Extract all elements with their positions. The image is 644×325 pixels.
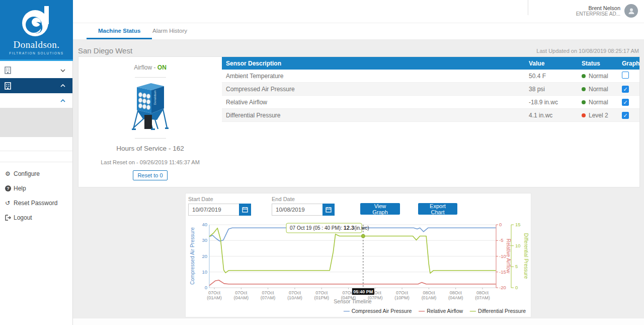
sidebar: Donaldson. FILTRATION SOLUTIONS [0,0,73,325]
machine-panel: Airflow - ON Donaldson [78,57,222,187]
sidebar-item-configure[interactable]: ⚙ Configure [0,167,72,181]
help-icon: ? [5,185,14,191]
left-axis-tick: 20 [202,253,207,259]
machine-status-card: Airflow - ON Donaldson [78,56,640,187]
gear-icon: ⚙ [5,170,14,177]
right-axis2-tick: 5 [515,264,518,269]
right-axis-tick: -20 [499,285,506,290]
tooltip-text: 07 Oct 19 (05 : 40 PM): 12.3(in.wc) [290,225,369,231]
legend-item[interactable]: —Relative Airflow [419,307,463,314]
left-axis-tick: 0 [205,285,207,290]
start-date-label: Start Date [188,196,251,202]
start-date-input[interactable] [188,204,239,216]
airflow-status: Airflow - ON [78,64,222,71]
sensor-description-cell: Relative Airflow [222,99,529,106]
chevron-up-icon [60,84,65,87]
sensor-value-cell: 4.1 in.wc [529,112,582,119]
export-chart-button[interactable]: Export Chart [418,203,457,215]
right-axis2-tick: 15 [515,222,521,227]
series-right1 [209,280,496,286]
machine-icon [5,67,11,74]
sensor-status-cell: Normal [582,86,622,93]
menu-label: Logout [14,214,32,221]
legend-item[interactable]: —Differential Pressure [470,307,526,314]
sidebar-item-reset-password[interactable]: ↺ Reset Password [0,196,72,210]
col-value: Value [529,60,582,67]
machine-icon [5,82,11,90]
sensor-description-cell: Ambient Temperature [222,73,529,80]
sensor-chart[interactable]: 0102030400-5-10-15-20151050Compressed Ai… [188,222,530,307]
crosshair-time-label: 05:40 PM [353,289,373,294]
end-date-input[interactable] [272,204,323,216]
right-axis-tick: 0 [499,222,502,227]
legend-label: Relative Airflow [427,308,463,314]
legend-item[interactable]: —Compressed Air Pressure [344,307,412,314]
person-icon [627,7,635,15]
svg-text:Donaldson: Donaldson [153,90,156,105]
legend-swatch: — [419,307,425,314]
sensor-status-cell: Normal [582,99,622,106]
x-axis-tick: 08Oct(04AM) [448,290,463,300]
chart-card: Start Date End Date View Graph Export Ch… [185,193,531,317]
sensor-status-cell: Normal [582,73,622,80]
view-graph-button[interactable]: View Graph [360,203,400,215]
x-axis-tick: 07Oct(04AM) [234,290,249,300]
left-axis-title: Compressed Air Pressure [190,227,195,285]
reset-to-zero-button[interactable]: Reset to 0 [133,170,167,180]
tab-alarm-history[interactable]: Alarm History [141,23,199,39]
user-block[interactable]: Brent Nelson ENTERPRISE AD... [576,4,638,18]
sidebar-selected-machine[interactable] [0,108,72,137]
left-axis-tick: 40 [202,222,207,227]
sensor-status-cell: Level 2 [582,112,622,119]
chevron-up-icon [60,99,65,102]
chevron-down-icon [60,69,65,72]
legend-label: Differential Pressure [478,308,526,314]
donaldson-logo-icon [18,5,55,38]
top-bar: Brent Nelson ENTERPRISE AD... [73,0,644,23]
menu-label: Help [14,185,26,192]
dust-collector-image: Donaldson [129,81,172,132]
col-graph: Graph [622,60,639,67]
sidebar-subgroup-expanded[interactable] [0,93,72,108]
table-row: Differential Pressure4.1 in.wcLevel 2✓ [222,109,639,122]
avatar[interactable] [624,4,638,18]
end-date-label: End Date [272,196,335,202]
reset-icon: ↺ [5,200,14,207]
graph-checkbox[interactable]: ✓ [622,112,629,119]
sidebar-item-logout[interactable]: Logout [0,211,72,225]
tab-bar: Machine Status Alarm History [73,23,644,39]
x-axis-tick: 07Oct(10PM) [394,290,410,300]
sensor-table: Sensor Description Value Status Graph Am… [222,57,639,122]
hours-of-service: Hours of Service - 162 [78,145,222,152]
status-dot-icon [582,100,586,104]
col-status: Status [582,60,622,67]
right-axis2-tick: 10 [515,243,521,248]
logout-icon [5,215,14,221]
page-bottom [73,318,644,325]
graph-checkbox[interactable] [622,72,629,79]
brand-name: Donaldson. [0,39,73,50]
sensor-value-cell: 38 psi [529,86,582,93]
divider [135,77,166,78]
x-axis-tick: 07Oct(10AM) [287,290,302,300]
x-axis-tick: 08Oct(01AM) [422,290,437,300]
sensor-value-cell: 50.4 F [529,73,582,80]
x-axis-tick: 07Oct(01AM) [207,290,222,300]
status-dot-icon [582,87,586,91]
user-role: ENTERPRISE AD... [576,11,620,17]
sidebar-site-group-expanded[interactable] [0,78,72,93]
user-name: Brent Nelson [576,5,620,11]
end-date-calendar-button[interactable] [323,204,335,216]
app-root: Donaldson. FILTRATION SOLUTIONS [0,0,644,325]
chart-legend: —Compressed Air Pressure—Relative Airflo… [337,307,526,314]
last-reset: Last Reset on - 09/26/2019 11:45:37 AM [78,159,222,165]
calendar-icon [242,207,248,213]
sidebar-list-item[interactable] [0,137,72,151]
sidebar-list-item[interactable] [0,151,72,162]
graph-checkbox[interactable]: ✓ [622,99,629,106]
start-date-calendar-button[interactable] [239,204,251,216]
graph-checkbox[interactable]: ✓ [622,86,629,93]
sidebar-site-group-collapsed[interactable] [0,62,72,78]
series-right2 [209,228,496,274]
sidebar-item-help[interactable]: ? Help [0,181,72,196]
